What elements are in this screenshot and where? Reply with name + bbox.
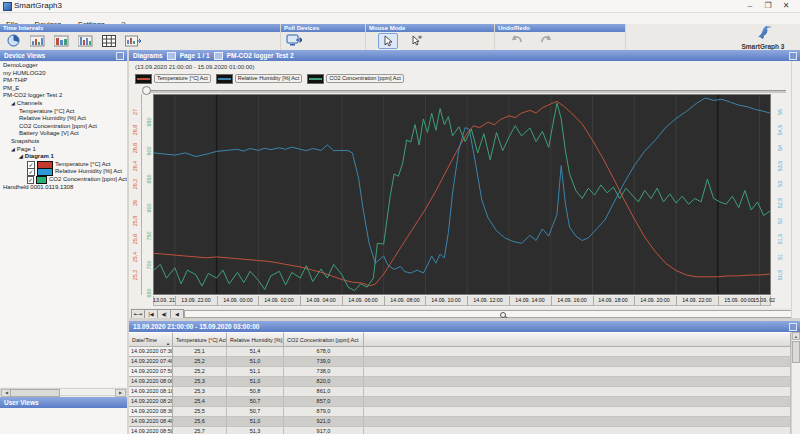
chart-range-label: (13.09.2020 21:00:00 - 15.09.2020 01:00:…: [135, 64, 254, 70]
tree-expander-icon[interactable]: ◢: [11, 146, 15, 154]
tree-item[interactable]: PM_E: [0, 85, 127, 93]
channel-checkbox[interactable]: ✓: [27, 176, 34, 184]
time-axis-tick: [593, 296, 594, 306]
legend-item[interactable]: Relative Humidity [%] Act: [216, 74, 302, 84]
time-axis-tick: [342, 296, 343, 306]
tree-item-label: CO2 Concentration [ppm] Act: [19, 123, 97, 131]
cell-datetime: 14.09.2020 07:30:00: [129, 347, 173, 357]
diagram-collapse-icon[interactable]: [789, 52, 797, 60]
tree-item[interactable]: ◢Diagram 1: [0, 153, 127, 161]
table-vscrollbar[interactable]: ▲: [791, 332, 800, 434]
time-axis-label: 13.09. 22:00: [181, 297, 210, 303]
tree-item[interactable]: Handheld 0001.0119.1308: [0, 184, 127, 192]
cell-value: 917,0: [284, 427, 364, 434]
cursor-zoom-icon[interactable]: [408, 34, 426, 48]
legend-item[interactable]: CO2 Concentration [ppm] Act: [307, 74, 404, 84]
cell-value: 820,0: [284, 377, 364, 387]
tree-item-label: Handheld 0001.0119.1308: [3, 184, 73, 192]
device-tree-hscrollbar[interactable]: ◀ ▶: [0, 388, 127, 396]
column-header-3[interactable]: CO2 Concentration [ppm] Act: [284, 332, 364, 347]
interval-month-chart-icon[interactable]: [76, 34, 94, 48]
tree-expander-icon[interactable]: ◢: [11, 100, 15, 108]
undo-icon[interactable]: [507, 34, 525, 48]
interval-pie-icon[interactable]: [4, 34, 22, 48]
temp-tick-label: 26: [132, 200, 138, 206]
cell-value: 50,7: [227, 397, 284, 407]
tree-item[interactable]: Relative Humidity [%] Act: [0, 115, 127, 123]
vscroll-thumb[interactable]: [792, 341, 800, 363]
poll-devices-icon[interactable]: [285, 34, 303, 48]
table-row[interactable]: 14.09.2020 08:00:0025,351,0820,0: [129, 377, 791, 387]
tree-item[interactable]: ◢Page 1: [0, 146, 127, 154]
tree-item[interactable]: PM-THiP: [0, 77, 127, 85]
tree-item[interactable]: CO2 Concentration [ppm] Act: [0, 123, 127, 131]
chart-scroll-groove[interactable]: [184, 310, 800, 318]
time-axis: 13.09. 2113.09. 22:0014.09. 00:0014.09. …: [153, 296, 771, 306]
legend-item[interactable]: Temperature [°C] Act: [135, 74, 211, 84]
interval-day-chart-icon[interactable]: [28, 34, 46, 48]
diagram-vscrollbar[interactable]: [791, 61, 800, 318]
hscroll-thumb[interactable]: [10, 389, 60, 397]
rh-tick-label: 55: [777, 109, 783, 115]
tree-item[interactable]: ✓Temperature [°C] Act: [0, 161, 127, 169]
chart-plot[interactable]: [153, 94, 771, 295]
maximize-button[interactable]: ❐: [760, 0, 776, 11]
interval-week-chart-icon[interactable]: [52, 34, 70, 48]
time-slider-track[interactable]: [146, 90, 786, 93]
tree-item[interactable]: DemoLogger: [0, 62, 127, 70]
diagrams-label[interactable]: Diagrams: [133, 50, 163, 61]
diagram-device-label[interactable]: PM-CO2 logger Test 2: [227, 50, 294, 61]
cell-datetime: 14.09.2020 08:20:00: [129, 397, 173, 407]
time-axis-label: 14.09. 02:00: [264, 297, 293, 303]
cursor-select-icon[interactable]: [378, 33, 398, 49]
rh-tick-label: 52,5: [777, 198, 783, 209]
data-table: Date/Time▲Temperature [°C] ActRelative H…: [129, 332, 791, 434]
cell-value: 25,4: [173, 397, 227, 407]
tree-item[interactable]: ✓CO2 Concentration [ppm] Act: [0, 176, 127, 184]
table-row[interactable]: 14.09.2020 07:30:0025,151,4678,0: [129, 347, 791, 357]
tree-expander-icon[interactable]: ◢: [19, 153, 23, 161]
scroll-right-icon[interactable]: ▶: [115, 389, 126, 397]
table-row[interactable]: 14.09.2020 07:40:0025,251,0739,0: [129, 357, 791, 367]
tree-item[interactable]: Temperature [°C] Act: [0, 108, 127, 116]
column-header-1[interactable]: Temperature [°C] Act: [173, 332, 227, 347]
time-axis-tick: [634, 296, 635, 306]
table-row[interactable]: 14.09.2020 08:20:0025,450,7857,0: [129, 397, 791, 407]
close-button[interactable]: ✕: [778, 0, 794, 11]
column-header-2[interactable]: Relative Humidity [%] Act: [227, 332, 284, 347]
column-header-0[interactable]: Date/Time▲: [129, 332, 173, 347]
device-views-header: Device Views: [0, 50, 127, 61]
table-row[interactable]: 14.09.2020 08:50:0025,751,3917,0: [129, 427, 791, 434]
tree-item[interactable]: Snapshots: [0, 138, 127, 146]
temp-tick-label: 26,6: [132, 143, 138, 154]
minimize-button[interactable]: –: [742, 0, 758, 11]
table-row[interactable]: 14.09.2020 08:30:0025,550,7879,0: [129, 407, 791, 417]
interval-grid-icon[interactable]: [100, 34, 118, 48]
scroll-up-icon[interactable]: ▲: [792, 332, 800, 340]
redo-icon[interactable]: [537, 34, 555, 48]
page-indicator[interactable]: Page 1 / 1: [180, 50, 210, 61]
table-row[interactable]: 14.09.2020 07:50:0025,251,1738,0: [129, 367, 791, 377]
device-views-collapse-icon[interactable]: [116, 52, 124, 60]
tree-item[interactable]: my HUMLOG20: [0, 70, 127, 78]
table-row[interactable]: 14.09.2020 08:10:0025,350,8861,0: [129, 387, 791, 397]
legend-label: Temperature [°C] Act: [154, 74, 211, 83]
cell-filler: [364, 427, 791, 434]
cell-value: 25,6: [173, 417, 227, 427]
smartgraph3-window: SmartGraph3 – ❐ ✕ File Devices Settings …: [0, 0, 800, 434]
interval-custom-icon[interactable]: [124, 34, 142, 48]
time-axis-label: 14.09. 06:00: [348, 297, 377, 303]
user-views-header[interactable]: User Views: [0, 397, 127, 408]
tree-item[interactable]: Battery Voltage [V] Act: [0, 130, 127, 138]
table-row[interactable]: 14.09.2020 08:40:0025,651,0921,0: [129, 417, 791, 427]
tree-item[interactable]: ✓Relative Humidity [%] Act: [0, 168, 127, 176]
tree-item[interactable]: PM-CO2 logger Test 2: [0, 92, 127, 100]
temp-tick-label: 25,8: [132, 216, 138, 227]
legend-color-swatch: [216, 74, 233, 84]
temp-tick-label: 25,6: [132, 234, 138, 245]
table-collapse-icon[interactable]: [789, 323, 797, 331]
tree-item[interactable]: ◢Channels: [0, 100, 127, 108]
time-axis-label: 14.09. 04:00: [306, 297, 335, 303]
cell-value: 739,0: [284, 357, 364, 367]
time-axis-tick: [217, 296, 218, 306]
